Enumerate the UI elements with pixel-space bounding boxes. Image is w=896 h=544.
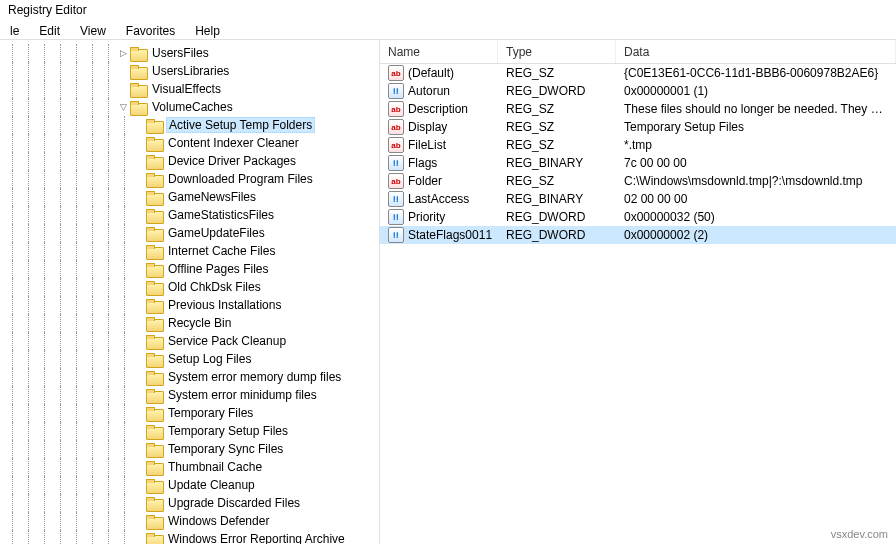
tree-node-label: Offline Pages Files <box>166 261 271 277</box>
value-row[interactable]: ⁞⁞AutorunREG_DWORD0x00000001 (1) <box>380 82 896 100</box>
binary-value-icon: ⁞⁞ <box>388 227 404 243</box>
value-row[interactable]: abDisplayREG_SZTemporary Setup Files <box>380 118 896 136</box>
tree-node[interactable]: Thumbnail Cache <box>4 458 379 476</box>
value-row[interactable]: ⁞⁞FlagsREG_BINARY7c 00 00 00 <box>380 154 896 172</box>
tree-node[interactable]: Offline Pages Files <box>4 260 379 278</box>
value-row[interactable]: abFolderREG_SZC:\Windows\msdownld.tmp|?:… <box>380 172 896 190</box>
no-expander <box>132 388 146 402</box>
tree-node[interactable]: Recycle Bin <box>4 314 379 332</box>
tree-node[interactable]: Temporary Files <box>4 404 379 422</box>
tree-node[interactable]: Windows Defender <box>4 512 379 530</box>
no-expander <box>132 514 146 528</box>
value-type: REG_SZ <box>498 138 616 152</box>
tree-node-label: UsersFiles <box>150 45 211 61</box>
folder-icon <box>130 65 146 78</box>
chevron-right-icon[interactable]: ▷ <box>116 46 130 60</box>
tree-node[interactable]: System error memory dump files <box>4 368 379 386</box>
value-row[interactable]: abDescriptionREG_SZThese files should no… <box>380 100 896 118</box>
tree-node-label: Thumbnail Cache <box>166 459 264 475</box>
value-row[interactable]: ab(Default)REG_SZ{C0E13E61-0CC6-11d1-BBB… <box>380 64 896 82</box>
folder-icon <box>146 245 162 258</box>
tree-node[interactable]: Old ChkDsk Files <box>4 278 379 296</box>
value-type: REG_BINARY <box>498 156 616 170</box>
folder-icon <box>146 389 162 402</box>
value-name: (Default) <box>408 66 454 80</box>
folder-icon <box>146 299 162 312</box>
tree-node[interactable]: Content Indexer Cleaner <box>4 134 379 152</box>
tree-node-label: UsersLibraries <box>150 63 231 79</box>
no-expander <box>132 334 146 348</box>
tree-node[interactable]: Downloaded Program Files <box>4 170 379 188</box>
value-row[interactable]: ⁞⁞PriorityREG_DWORD0x00000032 (50) <box>380 208 896 226</box>
no-expander <box>132 172 146 186</box>
value-name: StateFlags0011 <box>408 228 492 242</box>
tree-node[interactable]: Active Setup Temp Folders <box>4 116 379 134</box>
value-data: 0x00000032 (50) <box>616 210 896 224</box>
tree-node[interactable]: Setup Log Files <box>4 350 379 368</box>
value-type: REG_SZ <box>498 174 616 188</box>
tree-node[interactable]: Temporary Setup Files <box>4 422 379 440</box>
tree-node-label: VolumeCaches <box>150 99 235 115</box>
value-type: REG_DWORD <box>498 210 616 224</box>
value-name: FileList <box>408 138 446 152</box>
title-text: Registry Editor <box>8 3 87 17</box>
value-name: Folder <box>408 174 442 188</box>
watermark: vsxdev.com <box>831 528 888 540</box>
tree-node[interactable]: Internet Cache Files <box>4 242 379 260</box>
menu-item-favorites[interactable]: Favorites <box>116 22 185 37</box>
tree-node[interactable]: ▷UsersFiles <box>4 44 379 62</box>
value-name: Autorun <box>408 84 450 98</box>
tree-panel[interactable]: ▷UsersFilesUsersLibrariesVisualEffects▽V… <box>0 40 380 544</box>
tree-node-label: Recycle Bin <box>166 315 233 331</box>
tree-node[interactable]: UsersLibraries <box>4 62 379 80</box>
tree-node[interactable]: GameUpdateFiles <box>4 224 379 242</box>
folder-icon <box>146 407 162 420</box>
tree-node[interactable]: VisualEffects <box>4 80 379 98</box>
value-data: C:\Windows\msdownld.tmp|?:\msdownld.tmp <box>616 174 896 188</box>
tree-node-label: GameStatisticsFiles <box>166 207 276 223</box>
string-value-icon: ab <box>388 101 404 117</box>
folder-icon <box>130 101 146 114</box>
no-expander <box>132 226 146 240</box>
folder-icon <box>146 281 162 294</box>
tree-node[interactable]: Service Pack Cleanup <box>4 332 379 350</box>
tree-node[interactable]: Previous Installations <box>4 296 379 314</box>
folder-icon <box>146 317 162 330</box>
tree-node-label: Upgrade Discarded Files <box>166 495 302 511</box>
value-type: REG_DWORD <box>498 228 616 242</box>
menu-item-help[interactable]: Help <box>185 22 230 37</box>
tree-node[interactable]: Device Driver Packages <box>4 152 379 170</box>
tree-node-label: GameNewsFiles <box>166 189 258 205</box>
chevron-down-icon[interactable]: ▽ <box>116 100 130 114</box>
value-list-panel[interactable]: Name Type Data ab(Default)REG_SZ{C0E13E6… <box>380 40 896 544</box>
value-row[interactable]: abFileListREG_SZ*.tmp <box>380 136 896 154</box>
menu-item-view[interactable]: View <box>70 22 116 37</box>
value-row[interactable]: ⁞⁞StateFlags0011REG_DWORD0x00000002 (2) <box>380 226 896 244</box>
tree-node-label: Device Driver Packages <box>166 153 298 169</box>
col-header-data[interactable]: Data <box>616 41 896 63</box>
tree-node[interactable]: Temporary Sync Files <box>4 440 379 458</box>
folder-icon <box>146 335 162 348</box>
binary-value-icon: ⁞⁞ <box>388 191 404 207</box>
no-expander <box>132 280 146 294</box>
tree-node[interactable]: Windows Error Reporting Archive <box>4 530 379 544</box>
tree-node[interactable]: Update Cleanup <box>4 476 379 494</box>
value-row[interactable]: ⁞⁞LastAccessREG_BINARY02 00 00 00 <box>380 190 896 208</box>
col-header-type[interactable]: Type <box>498 41 616 63</box>
folder-icon <box>130 47 146 60</box>
tree-node[interactable]: GameNewsFiles <box>4 188 379 206</box>
tree-node-label: Old ChkDsk Files <box>166 279 263 295</box>
menu-bar: leEditViewFavoritesHelp <box>0 20 896 40</box>
tree-node[interactable]: GameStatisticsFiles <box>4 206 379 224</box>
tree-node[interactable]: Upgrade Discarded Files <box>4 494 379 512</box>
no-expander <box>132 208 146 222</box>
tree-node[interactable]: System error minidump files <box>4 386 379 404</box>
tree-node-label: Service Pack Cleanup <box>166 333 288 349</box>
tree-node[interactable]: ▽VolumeCaches <box>4 98 379 116</box>
window-title: Registry Editor <box>0 0 896 20</box>
folder-icon <box>146 443 162 456</box>
col-header-name[interactable]: Name <box>380 41 498 63</box>
menu-item-edit[interactable]: Edit <box>29 22 70 37</box>
binary-value-icon: ⁞⁞ <box>388 155 404 171</box>
menu-item-le[interactable]: le <box>0 22 29 37</box>
